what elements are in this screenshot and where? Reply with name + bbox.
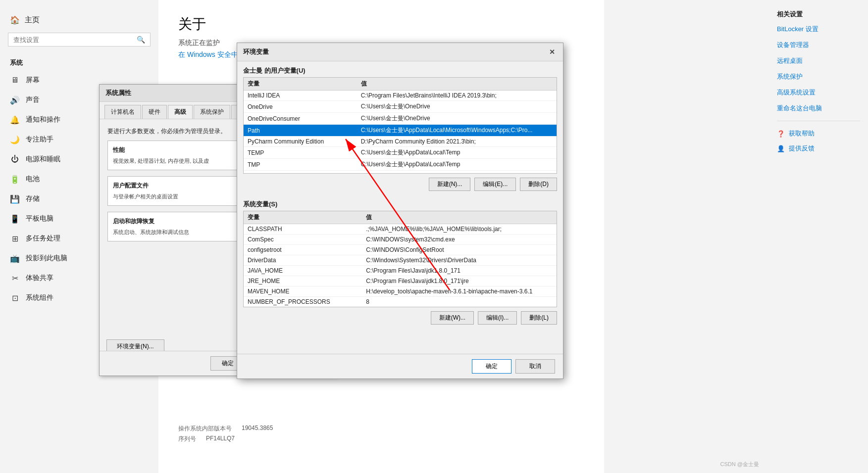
user-var-cell: TEMP xyxy=(244,147,357,159)
advanced-system-link[interactable]: 高级系统设置 xyxy=(777,88,860,97)
search-icon: 🔍 xyxy=(137,36,145,44)
sys-var-row[interactable]: JRE_HOMEC:\Program Files\Java\jdk1.8.0_1… xyxy=(244,276,557,286)
sidebar-item-label: 声音 xyxy=(26,95,40,104)
envvar-ok-button[interactable]: 确定 xyxy=(472,359,511,374)
sidebar-item-label: 电源和睡眠 xyxy=(26,155,60,164)
sys-var-row[interactable]: DriverDataC:\Windows\System32\Drivers\Dr… xyxy=(244,255,557,266)
sys-val-cell: 8 xyxy=(362,297,557,307)
tab-hardware[interactable]: 硬件 xyxy=(142,105,167,119)
notification-icon: 🔔 xyxy=(10,115,20,125)
feedback-label: 提供反馈 xyxy=(789,144,815,153)
watermark: CSDN @金士曼 xyxy=(720,461,759,468)
tablet-icon: 📱 xyxy=(10,214,20,224)
sys-delete-button[interactable]: 删除(L) xyxy=(521,311,557,325)
system-protection-link[interactable]: 系统保护 xyxy=(777,72,860,81)
feedback-item[interactable]: 👤 提供反馈 xyxy=(777,144,860,153)
sidebar-item-label: 系统组件 xyxy=(26,293,53,302)
user-var-cell: TMP xyxy=(244,159,357,171)
user-var-col-header: 变量 xyxy=(244,78,357,91)
share-icon: ✂ xyxy=(10,273,20,283)
envvar-dialog: 环境变量 ✕ 金士曼 的用户变量(U) 变量 值 IntelliJ IDEAC:… xyxy=(237,43,563,379)
user-var-row[interactable]: WebSiteD:\WebSite 2019.3.2\b... xyxy=(244,171,557,174)
sys-val-cell: H:\develop_tools\apache-maven-3.6.1-bin\… xyxy=(362,286,557,297)
user-val-cell: C:\Program Files\JetBrains\IntelliJ IDEA… xyxy=(357,91,557,101)
sys-new-button[interactable]: 新建(W)... xyxy=(431,311,474,325)
feedback-icon: 👤 xyxy=(777,145,785,152)
sidebar-item-label: 投影到此电脑 xyxy=(26,254,67,263)
sys-val-cell: C:\Program Files\Java\jdk1.8.0_171\jre xyxy=(362,276,557,286)
tab-advanced[interactable]: 高级 xyxy=(168,105,193,119)
user-var-row[interactable]: OneDriveC:\Users\金士曼\OneDrive xyxy=(244,101,557,113)
sys-var-cell: MAVEN_HOME xyxy=(244,286,362,297)
battery-icon: 🔋 xyxy=(10,174,20,184)
sys-var-row[interactable]: MAVEN_HOMEH:\develop_tools\apache-maven-… xyxy=(244,286,557,297)
search-input[interactable] xyxy=(13,36,137,44)
sysprop-title: 系统属性 xyxy=(105,89,131,97)
system-info: 操作系统内部版本号 19045.3865 序列号 PF14LLQ7 xyxy=(178,423,273,443)
sys-val-cell: C:\Windows\System32\Drivers\DriverData xyxy=(362,255,557,266)
related-title: 相关设置 xyxy=(777,10,860,19)
sound-icon: 🔊 xyxy=(10,95,20,105)
sidebar-item-label: 屏幕 xyxy=(26,76,40,85)
sys-var-cell: DriverData xyxy=(244,255,362,266)
project-icon: 📺 xyxy=(10,253,20,263)
sys-val-cell: C:\WINDOWS\ConfigSetRoot xyxy=(362,245,557,255)
sys-var-col-header: 变量 xyxy=(244,211,362,224)
sidebar-home-label: 主页 xyxy=(25,15,40,25)
envvar-titlebar: 环境变量 ✕ xyxy=(237,43,563,61)
tab-systemprotection[interactable]: 系统保护 xyxy=(194,105,230,119)
user-val-cell: C:\Users\金士曼\OneDrive xyxy=(357,101,557,113)
sys-var-row[interactable]: configsetrootC:\WINDOWS\ConfigSetRoot xyxy=(244,245,557,255)
sys-val-col-header: 值 xyxy=(362,211,557,224)
help-icon: ❓ xyxy=(777,130,785,138)
sys-var-cell: JRE_HOME xyxy=(244,276,362,286)
user-var-cell: Path xyxy=(244,125,357,137)
page-title: 关于 xyxy=(178,15,584,34)
user-new-button[interactable]: 新建(N)... xyxy=(429,178,471,191)
sys-var-row[interactable]: NUMBER_OF_PROCESSORS8 xyxy=(244,297,557,307)
user-var-cell: WebSite xyxy=(244,171,357,174)
user-val-col-header: 值 xyxy=(357,78,557,91)
section-title: 系统 xyxy=(0,55,158,70)
user-var-row[interactable]: TEMPC:\Users\金士曼\AppData\Local\Temp xyxy=(244,147,557,159)
sys-var-row[interactable]: JAVA_HOMEC:\Program Files\Java\jdk1.8.0_… xyxy=(244,266,557,276)
sys-vars-label: 系统变量(S) xyxy=(237,195,563,211)
focus-icon: 🌙 xyxy=(10,135,20,144)
sys-vars-table-container: 变量 值 CLASSPATH.;%JAVA_HOME%\lib;%JAVA_HO… xyxy=(243,211,557,307)
serial-value: PF14LLQ7 xyxy=(206,435,235,443)
envvar-cancel-button[interactable]: 取消 xyxy=(515,359,555,374)
envvar-close-button[interactable]: ✕ xyxy=(547,47,557,57)
user-var-row[interactable]: TMPC:\Users\金士曼\AppData\Local\Temp xyxy=(244,159,557,171)
sidebar-item-label: 多任务处理 xyxy=(26,234,60,243)
get-help-item[interactable]: ❓ 获取帮助 xyxy=(777,129,860,138)
bitlocker-link[interactable]: BitLocker 设置 xyxy=(777,25,860,34)
sys-var-row[interactable]: CLASSPATH.;%JAVA_HOME%\lib;%JAVA_HOME%\l… xyxy=(244,224,557,235)
remote-desktop-link[interactable]: 远程桌面 xyxy=(777,56,860,65)
search-box[interactable]: 🔍 xyxy=(8,33,151,47)
sidebar-item-label: 体验共享 xyxy=(26,274,53,283)
user-vars-btns: 新建(N)... 编辑(E)... 删除(D) xyxy=(237,174,563,195)
user-var-row[interactable]: PyCharm Community EditionD:\PyCharm Comm… xyxy=(244,137,557,147)
user-val-cell: C:\Users\金士曼\AppData\Local\Temp xyxy=(357,159,557,171)
user-val-cell: C:\Users\金士曼\OneDrive xyxy=(357,113,557,125)
user-var-row[interactable]: PathC:\Users\金士曼\AppData\Local\Microsoft… xyxy=(244,125,557,137)
sys-edit-button[interactable]: 编辑(I)... xyxy=(478,311,517,325)
user-var-cell: IntelliJ IDEA xyxy=(244,91,357,101)
sys-var-row[interactable]: ComSpecC:\WINDOWS\system32\cmd.exe xyxy=(244,235,557,245)
user-vars-table: 变量 值 IntelliJ IDEAC:\Program Files\JetBr… xyxy=(244,78,557,174)
tab-computername[interactable]: 计算机名 xyxy=(104,105,141,119)
user-var-row[interactable]: OneDriveConsumerC:\Users\金士曼\OneDrive xyxy=(244,113,557,125)
rename-pc-link[interactable]: 重命名这台电脑 xyxy=(777,104,860,113)
sidebar-home-item[interactable]: 🏠 主页 xyxy=(0,10,158,33)
user-edit-button[interactable]: 编辑(E)... xyxy=(474,178,516,191)
user-vars-label: 金士曼 的用户变量(U) xyxy=(237,61,563,77)
user-val-cell: D:\WebSite 2019.3.2\b... xyxy=(357,171,557,174)
sys-vars-btns: 新建(W)... 编辑(I)... 删除(L) xyxy=(237,307,563,329)
storage-icon: 💾 xyxy=(10,194,20,204)
right-panel: 相关设置 BitLocker 设置 设备管理器 远程桌面 系统保护 高级系统设置… xyxy=(769,0,868,473)
device-manager-link[interactable]: 设备管理器 xyxy=(777,41,860,49)
user-var-row[interactable]: IntelliJ IDEAC:\Program Files\JetBrains\… xyxy=(244,91,557,101)
user-val-cell: C:\Users\金士曼\AppData\Local\Temp xyxy=(357,147,557,159)
user-delete-button[interactable]: 删除(D) xyxy=(520,178,557,191)
envvar-title: 环境变量 xyxy=(243,47,269,56)
